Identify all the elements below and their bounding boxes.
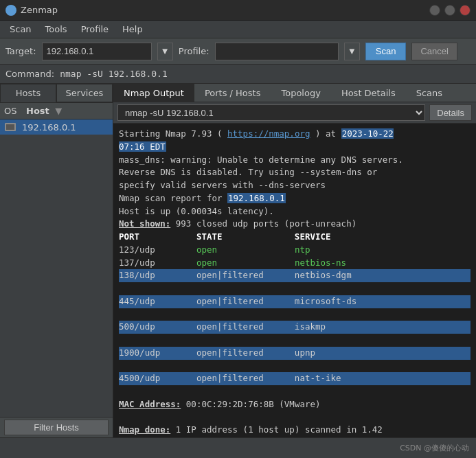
statusbar: CSDN @傻傻的心动 — [0, 437, 476, 458]
close-button[interactable] — [460, 5, 471, 16]
filter-hosts-button[interactable]: Filter Hosts — [4, 420, 109, 435]
sidebar: Hosts Services OS Host ▼ 192.168.0.1 Fil… — [0, 84, 113, 437]
not-shown: Not shown: — [119, 218, 170, 229]
content-area: Nmap Output Ports / Hosts Topology Host … — [113, 84, 476, 437]
tab-topology[interactable]: Topology — [271, 84, 330, 102]
window-controls — [429, 5, 471, 16]
monitor-icon — [5, 123, 16, 131]
nmap-done: Nmap done: 1 IP address (1 host up) scan… — [119, 424, 383, 437]
cancel-button[interactable]: Cancel — [411, 43, 457, 60]
sidebar-filter: Filter Hosts — [0, 417, 113, 437]
host-column-header: Host ▼ — [26, 106, 109, 116]
output-bar: nmap -sU 192.168.0.1 Details — [113, 102, 476, 124]
row-nat-t-ike[interactable]: 4500/udp open|filtered nat-t-ike — [119, 372, 471, 385]
tab-scans[interactable]: Scans — [406, 84, 453, 102]
main-content: Hosts Services OS Host ▼ 192.168.0.1 Fil… — [0, 84, 476, 437]
row-ntp: 123/udp open ntp — [119, 244, 310, 255]
menu-scan[interactable]: Scan — [3, 23, 38, 36]
details-button[interactable]: Details — [429, 104, 472, 121]
app-title: Zenmap — [21, 5, 58, 15]
maximize-button[interactable] — [444, 5, 455, 16]
menu-profile[interactable]: Profile — [74, 23, 115, 36]
command-value: nmap -sU 192.168.0.1 — [60, 69, 168, 79]
titlebar: Zenmap — [0, 0, 476, 21]
line-at: ) at — [310, 128, 341, 139]
tab-hosts[interactable]: Hosts — [0, 84, 56, 102]
cmdbar: Command: nmap -sU 192.168.0.1 — [0, 65, 476, 84]
tab-nmap-output[interactable]: Nmap Output — [113, 84, 194, 102]
line-starting: Starting Nmap 7.93 ( — [119, 128, 227, 139]
profile-input[interactable] — [215, 43, 339, 60]
os-icon — [4, 122, 16, 133]
toolbar: Target: ▼ Profile: ▼ Scan Cancel — [0, 38, 476, 65]
titlebar-left: Zenmap — [5, 5, 58, 16]
output-select[interactable]: nmap -sU 192.168.0.1 — [117, 104, 425, 121]
row-microsoft-ds[interactable]: 445/udp open|filtered microsoft-ds — [119, 295, 471, 308]
row-isakmp[interactable]: 500/udp open|filtered isakmp — [119, 321, 471, 334]
profile-dropdown-btn[interactable]: ▼ — [344, 43, 360, 60]
target-input[interactable] — [42, 43, 152, 60]
app-icon — [5, 5, 16, 16]
col-headers: PORT STATE SERVICE — [119, 231, 331, 242]
target-dropdown-btn[interactable]: ▼ — [157, 43, 173, 60]
os-column-header: OS — [4, 106, 21, 116]
tab-ports-hosts[interactable]: Ports / Hosts — [194, 84, 271, 102]
scan-button[interactable]: Scan — [365, 43, 407, 60]
target-label: Target: — [5, 46, 36, 56]
menubar: Scan Tools Profile Help — [0, 21, 476, 38]
sidebar-tabs: Hosts Services — [0, 84, 113, 103]
row-netbios-dgm[interactable]: 138/udp open|filtered netbios-dgm — [119, 269, 471, 282]
menu-tools[interactable]: Tools — [38, 23, 74, 36]
row-upnp[interactable]: 1900/udp open|filtered upnp — [119, 347, 471, 360]
nmap-link[interactable]: https://nmap.org — [227, 128, 310, 139]
host-row[interactable]: 192.168.0.1 — [0, 119, 113, 135]
terminal-output: Starting Nmap 7.93 ( https://nmap.org ) … — [113, 124, 476, 437]
mac-address-label: MAC Address: 00:0C:29:2D:76:8B (VMware) — [119, 399, 321, 409]
content-tabs: Nmap Output Ports / Hosts Topology Host … — [113, 84, 476, 102]
not-shown-count: 993 closed udp ports (port-unreach) — [170, 218, 356, 229]
statusbar-text: CSDN @傻傻的心动 — [400, 443, 469, 453]
tab-host-details[interactable]: Host Details — [331, 84, 406, 102]
host-list: 192.168.0.1 — [0, 119, 113, 417]
menu-help[interactable]: Help — [115, 23, 150, 36]
profile-label: Profile: — [179, 46, 209, 56]
host-ip: 192.168.0.1 — [22, 122, 76, 133]
terminal-text: Starting Nmap 7.93 ( https://nmap.org ) … — [119, 128, 471, 437]
host-list-header: OS Host ▼ — [0, 103, 113, 119]
host-up: Host is up (0.00034s latency). — [119, 206, 274, 216]
tab-services[interactable]: Services — [56, 84, 113, 102]
minimize-button[interactable] — [429, 5, 440, 16]
command-label: Command: — [5, 69, 54, 79]
report-ip: 192.168.0.1 — [227, 193, 286, 203]
row-netbios-ns: 137/udp open netbios-ns — [119, 257, 346, 268]
